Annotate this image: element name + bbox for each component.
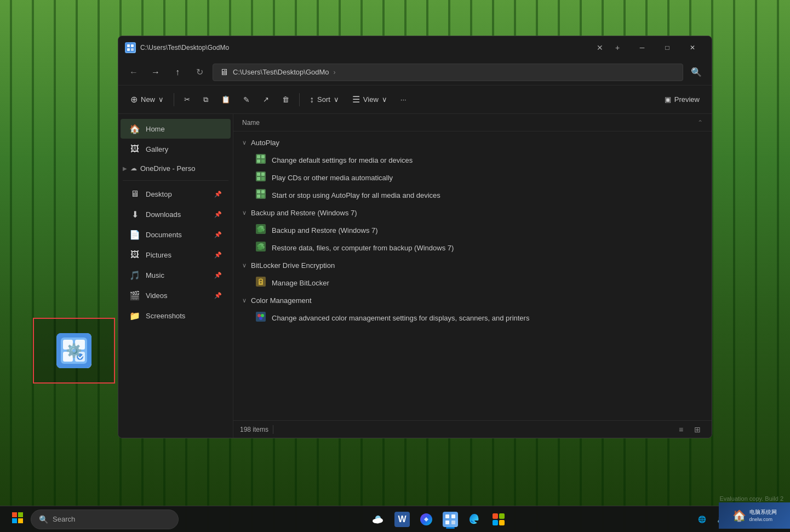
bitlocker-label: BitLocker Drive Encryption [251,261,335,270]
taskbar-copilot-icon[interactable] [415,508,437,530]
branding-area[interactable]: 🏠 电脑系统网dnelw.com [719,502,790,529]
cut-button[interactable]: ✂ [179,90,196,110]
taskbar-godmode-icon[interactable] [439,508,461,530]
category-backup[interactable]: ∨ Backup and Restore (Windows 7) [233,204,712,221]
godmode-icon-image [56,333,91,368]
copy-icon: ⧉ [203,95,208,104]
taskbar-word-icon[interactable]: W [391,508,413,530]
address-bar: ← → ↑ ↻ 🖥 C:\Users\Test\Desktop\GodMo › … [118,59,712,85]
back-button[interactable]: ← [125,64,142,81]
category-autoplay[interactable]: ∨ AutoPlay [233,134,712,151]
up-button[interactable]: ↑ [169,64,186,81]
color-item1-label: Change advanced color management setting… [272,314,529,322]
weather-icon [370,512,386,527]
sort-button[interactable]: ↕ Sort ∨ [304,90,345,110]
svg-rect-20 [257,177,260,180]
music-label: Music [146,271,164,279]
autoplay-item1-icon [255,154,266,166]
downloads-label: Downloads [146,210,181,219]
music-pin: 📌 [214,272,222,279]
address-chevron: › [334,68,336,76]
list-item[interactable]: Backup and Restore (Windows 7) [233,221,712,239]
svg-rect-51 [499,520,505,525]
toolbar-separator-1 [174,93,174,106]
svg-rect-16 [261,159,265,163]
taskbar-search[interactable]: 🔍 Search [31,510,179,529]
documents-pin: 📌 [214,231,222,238]
bitlocker-chevron: ∨ [242,262,247,269]
autoplay-item3-label: Start or stop using AutoPlay for all med… [272,191,440,199]
copy-button[interactable]: ⧉ [198,90,214,110]
name-column-header: Name [242,119,260,127]
rename-button[interactable]: ✎ [238,90,255,110]
sidebar-item-desktop[interactable]: 🖥 Desktop 📌 [121,184,231,204]
svg-rect-14 [261,155,265,158]
taskbar-store-icon[interactable] [488,508,510,530]
color-item1-icon [255,312,266,324]
sidebar-item-downloads[interactable]: ⬇ Downloads 📌 [121,204,231,224]
tray-network-icon[interactable]: 🌐 [694,513,711,525]
sidebar: 🏠 Home 🖼 Gallery ▶ ☁ OneDrive - Perso 🖥 … [118,114,233,438]
list-view-icon: ≡ [679,425,683,434]
category-color[interactable]: ∨ Color Management [233,291,712,309]
list-item[interactable]: Play CDs or other media automatically [233,169,712,186]
downloads-icon: ⬇ [129,209,140,220]
forward-button[interactable]: → [147,64,164,81]
list-item[interactable]: Change advanced color management setting… [233,309,712,327]
sort-up-icon[interactable]: ⌃ [697,119,703,127]
sidebar-item-documents[interactable]: 📄 Documents 📌 [121,225,231,244]
sidebar-item-pictures[interactable]: 🖼 Pictures 📌 [121,245,231,265]
grid-view-button[interactable]: ⊞ [690,423,705,436]
backup-chevron: ∨ [242,209,247,216]
list-item[interactable]: Manage BitLocker [233,274,712,291]
sidebar-item-gallery[interactable]: 🖼 Gallery [121,139,231,159]
desktop-godmode-icon[interactable] [33,318,115,384]
sidebar-item-music[interactable]: 🎵 Music 📌 [121,265,231,285]
category-bitlocker[interactable]: ∨ BitLocker Drive Encryption [233,256,712,274]
list-item[interactable]: Start or stop using AutoPlay for all med… [233,186,712,204]
sort-icon: ↕ [310,95,314,105]
delete-button[interactable]: 🗑 [277,90,295,110]
paste-icon: 📋 [221,95,230,104]
list-item[interactable]: Restore data, files, or computer from ba… [233,239,712,256]
explorer-window: C:\Users\Test\Desktop\GodMo ✕ + ─ □ ✕ ← … [118,36,712,438]
minimize-button[interactable]: ─ [629,39,655,56]
svg-rect-23 [257,190,260,193]
address-search-button[interactable]: 🔍 [688,64,705,81]
title-bar: C:\Users\Test\Desktop\GodMo ✕ + ─ □ ✕ [118,36,712,59]
preview-button[interactable]: ▣ Preview [659,90,705,110]
store-icon [491,512,506,527]
tab-close-button[interactable]: ✕ [592,40,608,55]
svg-rect-2 [63,340,73,350]
list-view-button[interactable]: ≡ [673,423,689,436]
view-button[interactable]: ☰ View ∨ [347,90,393,110]
taskbar-weather-icon[interactable] [367,508,389,530]
svg-rect-26 [261,195,265,198]
maximize-button[interactable]: □ [655,39,680,56]
sidebar-item-videos[interactable]: 🎬 Videos 📌 [121,285,231,305]
backup-item1-label: Backup and Restore (Windows 7) [272,226,378,234]
status-bar: 198 items ≡ ⊞ [233,420,712,438]
start-button[interactable] [7,508,28,530]
more-button[interactable]: ··· [395,90,412,110]
share-button[interactable]: ↗ [257,90,274,110]
tab-add-button[interactable]: + [610,40,625,55]
new-button[interactable]: ⊕ New ∨ [125,90,169,110]
close-button[interactable]: ✕ [680,39,705,56]
videos-label: Videos [146,291,168,300]
sidebar-item-home[interactable]: 🏠 Home [121,119,231,139]
list-item[interactable]: Change default settings for media or dev… [233,151,712,169]
sidebar-item-screenshots[interactable]: 📁 Screenshots [121,306,231,325]
godmode-taskbar-icon [443,512,458,527]
taskbar-edge-icon[interactable] [463,508,485,530]
address-bar-icon: 🖥 [220,67,228,77]
new-icon: ⊕ [130,94,138,105]
sidebar-onedrive-header[interactable]: ▶ ☁ OneDrive - Perso [118,159,233,177]
address-input[interactable]: 🖥 C:\Users\Test\Desktop\GodMo › [213,64,683,81]
delete-icon: 🗑 [282,95,289,104]
paste-button[interactable]: 📋 [216,90,236,110]
backup-item1-icon [255,224,266,236]
refresh-button[interactable]: ↻ [191,64,208,81]
items-count: 198 items [240,426,268,433]
file-list: ∨ AutoPlay Change default settings for m… [233,131,712,420]
